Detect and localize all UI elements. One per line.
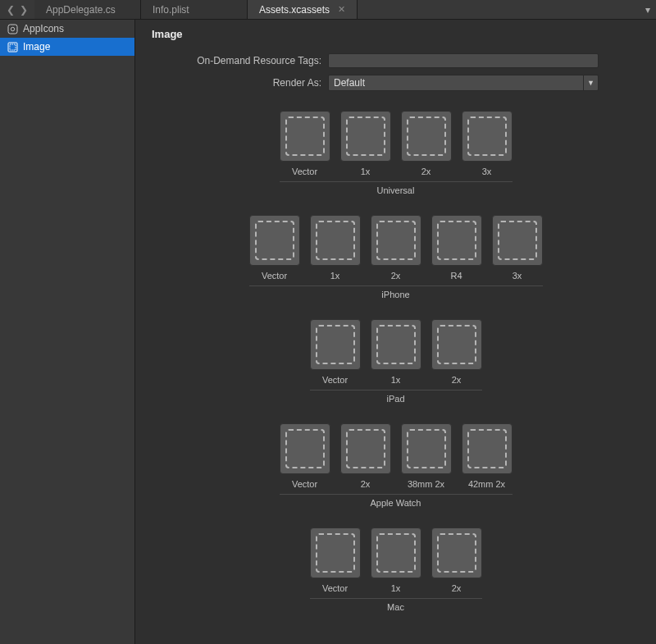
- svg-rect-0: [8, 25, 17, 34]
- image-slot[interactable]: 38mm 2x: [401, 423, 452, 489]
- image-slot[interactable]: 42mm 2x: [462, 423, 512, 489]
- dashed-placeholder-icon: [316, 533, 355, 573]
- image-well[interactable]: [371, 319, 421, 370]
- dashed-placeholder-icon: [346, 429, 385, 468]
- image-well[interactable]: [492, 215, 543, 266]
- image-slot[interactable]: Vector: [310, 528, 361, 593]
- group-separator: [310, 390, 482, 391]
- image-slot[interactable]: Vector: [280, 423, 330, 489]
- image-slot[interactable]: 2x: [431, 319, 482, 385]
- group-separator: [310, 598, 482, 599]
- group-title: iPhone: [152, 290, 640, 299]
- slot-label: R4: [450, 271, 462, 281]
- tags-label: On-Demand Resource Tags:: [152, 55, 328, 66]
- slot-label: Vector: [262, 271, 287, 281]
- imageset-icon: [7, 41, 18, 53]
- nav-back-icon[interactable]: ❮: [7, 4, 15, 16]
- image-slot[interactable]: 2x: [340, 423, 391, 489]
- slot-label: Vector: [292, 167, 317, 176]
- image-well[interactable]: [280, 111, 330, 162]
- nav-arrows: ❮ ❯: [0, 0, 34, 19]
- group-separator: [280, 181, 512, 182]
- sidebar-item-appicons[interactable]: AppIcons: [0, 20, 134, 38]
- image-well[interactable]: [462, 111, 512, 162]
- image-well[interactable]: [401, 111, 452, 162]
- dashed-placeholder-icon: [437, 325, 476, 364]
- tab-overflow-chevron-icon[interactable]: ▾: [640, 0, 656, 19]
- slot-group: Vector1x2xR43xiPhone: [152, 215, 640, 299]
- image-slot[interactable]: Vector: [249, 215, 300, 281]
- dashed-placeholder-icon: [316, 325, 355, 364]
- slot-label: 38mm 2x: [408, 479, 444, 489]
- slot-row: Vector1x2xR43x: [152, 215, 640, 281]
- asset-list-sidebar: AppIcons Image: [0, 20, 135, 644]
- dashed-placeholder-icon: [346, 116, 385, 156]
- image-slot[interactable]: 1x: [371, 319, 421, 385]
- slot-row: Vector1x2x: [152, 528, 640, 593]
- image-slot[interactable]: 1x: [371, 528, 421, 593]
- tab-infoplist[interactable]: Info.plist: [141, 0, 248, 19]
- image-well[interactable]: [431, 528, 482, 578]
- image-slot[interactable]: Vector: [280, 111, 330, 176]
- dashed-placeholder-icon: [467, 429, 507, 468]
- image-slot[interactable]: 3x: [462, 111, 512, 176]
- sidebar-item-image[interactable]: Image: [0, 38, 134, 56]
- image-slot[interactable]: 1x: [340, 111, 391, 176]
- slot-label: Vector: [322, 375, 348, 385]
- group-title: Universal: [152, 185, 640, 195]
- dashed-placeholder-icon: [467, 116, 507, 156]
- dashed-placeholder-icon: [437, 533, 476, 573]
- image-well[interactable]: [310, 319, 361, 370]
- image-slot[interactable]: 2x: [401, 111, 452, 176]
- tags-input[interactable]: [328, 53, 599, 68]
- image-well[interactable]: [431, 215, 482, 266]
- image-slot[interactable]: R4: [431, 215, 482, 281]
- svg-point-1: [11, 27, 14, 30]
- image-well[interactable]: [340, 423, 391, 474]
- image-well[interactable]: [310, 528, 361, 578]
- nav-forward-icon[interactable]: ❯: [20, 4, 28, 16]
- tab-assets[interactable]: Assets.xcassets ✕: [248, 0, 358, 19]
- slot-label: 2x: [452, 583, 462, 593]
- render-label: Render As:: [152, 77, 328, 89]
- dashed-placeholder-icon: [376, 325, 416, 364]
- group-title: iPad: [152, 394, 640, 404]
- tab-bar: ❮ ❯ AppDelegate.cs Info.plist Assets.xca…: [0, 0, 656, 20]
- slot-label: 1x: [391, 583, 401, 593]
- tab-label: Info.plist: [153, 4, 189, 16]
- image-slot[interactable]: Vector: [310, 319, 361, 385]
- image-slot[interactable]: 2x: [431, 528, 482, 593]
- image-well[interactable]: [431, 319, 482, 370]
- close-icon[interactable]: ✕: [330, 4, 345, 15]
- tab-appdelegate[interactable]: AppDelegate.cs: [34, 0, 141, 19]
- dashed-placeholder-icon: [285, 429, 325, 468]
- image-slot[interactable]: 1x: [310, 215, 361, 281]
- image-slot[interactable]: 2x: [371, 215, 421, 281]
- image-slot[interactable]: 3x: [492, 215, 543, 281]
- image-well[interactable]: [401, 423, 452, 474]
- image-well[interactable]: [371, 215, 421, 266]
- slot-label: Vector: [322, 583, 348, 593]
- image-well[interactable]: [249, 215, 300, 266]
- image-well[interactable]: [371, 528, 421, 578]
- tab-label: AppDelegate.cs: [46, 4, 116, 16]
- image-well[interactable]: [280, 423, 330, 474]
- svg-rect-3: [10, 44, 16, 50]
- appicons-icon: [7, 23, 18, 34]
- image-well[interactable]: [340, 111, 391, 162]
- group-title: Apple Watch: [152, 498, 640, 508]
- render-as-select[interactable]: Default ▼: [328, 75, 599, 91]
- dashed-placeholder-icon: [316, 221, 355, 260]
- tab-label: Assets.xcassets: [259, 4, 330, 16]
- dashed-placeholder-icon: [407, 116, 446, 156]
- image-well[interactable]: [310, 215, 361, 266]
- render-as-value: Default: [329, 75, 583, 90]
- slot-label: 3x: [482, 167, 492, 176]
- dashed-placeholder-icon: [437, 221, 476, 260]
- dashed-placeholder-icon: [407, 429, 446, 468]
- slot-label: 1x: [330, 271, 340, 281]
- slot-label: Vector: [292, 479, 317, 489]
- form-row-tags: On-Demand Resource Tags:: [152, 53, 640, 68]
- slot-group: Vector1x2xMac: [152, 528, 640, 612]
- image-well[interactable]: [462, 423, 512, 474]
